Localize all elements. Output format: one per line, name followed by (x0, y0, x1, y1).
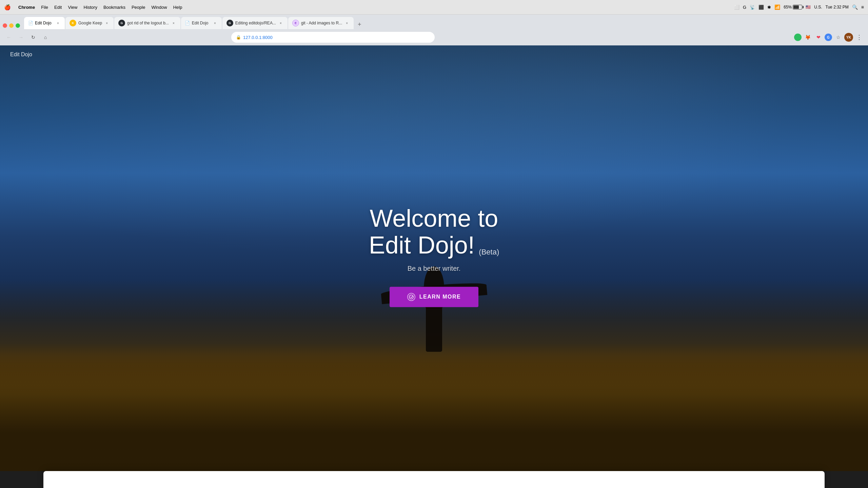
cast-icon: 📡 (750, 5, 755, 10)
firefox-icon[interactable]: 🦊 (803, 33, 812, 42)
tab-title-3: got rid of the logout b... (127, 21, 169, 25)
tab-icon-doc: 📄 (28, 21, 33, 25)
tab-icon-editdojo: E (292, 20, 299, 26)
browser-frame: 📄 Edit Dojo × K Google Keep × G got rid … (0, 15, 868, 45)
hero-title-line1: Welcome to (315, 205, 553, 232)
menu-item-people[interactable]: People (132, 5, 145, 10)
site-navigation: Edit Dojo (0, 45, 868, 64)
flag-icon: 🇺🇸 (806, 5, 811, 9)
notification-icon[interactable]: ≡ (861, 4, 864, 10)
tab-title-6: git - Add images to R... (301, 21, 342, 25)
url-display: 127.0.0.1:8000 (243, 35, 273, 40)
browser-menu-icon[interactable]: ⋮ (854, 33, 864, 42)
battery-percent: 65% (784, 5, 792, 9)
cta-icon (407, 293, 415, 301)
tab-edit-dojo-1[interactable]: 📄 Edit Dojo × (24, 17, 65, 29)
battery-indicator: 65% (784, 5, 802, 9)
menu-item-history[interactable]: History (83, 5, 97, 10)
menu-item-edit[interactable]: Edit (54, 5, 62, 10)
hero-section: Edit Dojo Welcome to Edit Dojo! (Beta) B… (0, 45, 868, 471)
tab-title-1: Edit Dojo (35, 21, 53, 25)
menu-item-bookmarks[interactable]: Bookmarks (103, 5, 125, 10)
menu-item-help[interactable]: Help (173, 5, 182, 10)
g-extension-icon[interactable]: G (825, 34, 832, 41)
menu-items: Chrome File Edit View History Bookmarks … (18, 5, 182, 10)
tab-icon-github-2: G (226, 20, 233, 26)
tab-bar: 📄 Edit Dojo × K Google Keep × G got rid … (0, 15, 868, 29)
address-input-container[interactable]: 🔒 127.0.0.1:8000 (231, 32, 435, 43)
bluetooth-icon: ✱ (767, 5, 771, 10)
tab-close-4[interactable]: × (212, 20, 218, 26)
bottom-section (0, 471, 868, 488)
hero-subtitle: Be a better writer. (315, 265, 553, 273)
tab-close-1[interactable]: × (55, 20, 61, 26)
tab-editdojo-3[interactable]: E git - Add images to R... × (288, 17, 354, 29)
tab-close-5[interactable]: × (278, 20, 283, 26)
tab-icon-keep: K (70, 20, 76, 26)
pocket-icon[interactable]: ❤ (814, 33, 823, 42)
wifi-icon: 📶 (774, 4, 780, 10)
home-button[interactable]: ⌂ (41, 33, 50, 42)
tab-close-3[interactable]: × (171, 20, 176, 26)
window-close-button[interactable] (3, 23, 7, 28)
language-indicator: U.S. (814, 5, 822, 9)
site-logo: Edit Dojo (10, 52, 32, 57)
tab-icon-doc-2: 📄 (185, 21, 190, 25)
lock-icon: 🔒 (236, 35, 241, 40)
tab-close-2[interactable]: × (104, 20, 110, 26)
window-maximize-button[interactable] (16, 23, 20, 28)
webpage-content: Edit Dojo Welcome to Edit Dojo! (Beta) B… (0, 45, 868, 488)
menu-bar-right: ⬜ G 📡 ⬛ ✱ 📶 65% 🇺🇸 U.S. Tue 2:32 PM 🔍 ≡ (734, 4, 864, 10)
macos-menu-bar: 🍎 Chrome File Edit View History Bookmark… (0, 0, 868, 15)
window-minimize-button[interactable] (9, 23, 14, 28)
content-card (43, 471, 825, 488)
clock: Tue 2:32 PM (826, 5, 849, 9)
extension-icon: G (743, 5, 746, 10)
tab-title-4: Edit Dojo (192, 21, 210, 25)
tab-github-2[interactable]: G Editing editdojo/REA... × (222, 17, 288, 29)
hero-content: Welcome to Edit Dojo! (Beta) Be a better… (315, 205, 553, 307)
tab-title-2: Google Keep (78, 21, 102, 25)
chrome-profile-icon[interactable] (794, 34, 802, 41)
menu-item-file[interactable]: File (41, 5, 48, 10)
hero-title-line2-container: Edit Dojo! (Beta) (315, 232, 553, 259)
tab-edit-dojo-2[interactable]: 📄 Edit Dojo × (181, 17, 222, 29)
browser-toolbar-right: 🦊 ❤ G ☆ YK ⋮ (794, 33, 864, 42)
new-tab-button[interactable]: + (354, 20, 364, 29)
back-button[interactable]: ← (4, 33, 14, 42)
address-bar: ← → ↻ ⌂ 🔒 127.0.0.1:8000 🦊 ❤ G ☆ YK ⋮ (0, 29, 868, 45)
svg-point-0 (409, 295, 413, 299)
menu-item-view[interactable]: View (68, 5, 77, 10)
user-avatar[interactable]: YK (844, 33, 853, 42)
display-icon: ⬛ (758, 5, 764, 10)
tab-close-6[interactable]: × (344, 20, 350, 26)
forward-button[interactable]: → (16, 33, 26, 42)
menu-item-chrome[interactable]: Chrome (18, 5, 35, 10)
bookmark-star-icon[interactable]: ☆ (833, 33, 843, 42)
tab-icon-github-1: G (118, 20, 125, 26)
refresh-button[interactable]: ↻ (28, 33, 38, 42)
tab-github-1[interactable]: G got rid of the logout b... × (114, 17, 180, 29)
menu-item-window[interactable]: Window (151, 5, 167, 10)
apple-logo[interactable]: 🍎 (4, 4, 11, 11)
search-menubar-icon[interactable]: 🔍 (852, 4, 858, 10)
tab-google-keep[interactable]: K Google Keep × (65, 17, 114, 29)
tab-title-5: Editing editdojo/REA... (235, 21, 276, 25)
time-machine-icon: ⬜ (734, 5, 739, 10)
learn-more-button[interactable]: LEARN MORE (390, 287, 479, 307)
